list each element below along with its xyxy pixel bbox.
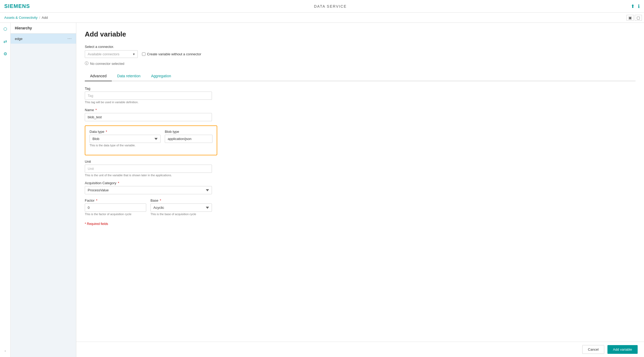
unit-field-group: Unit This is the unit of the variable th… — [85, 160, 636, 177]
info-icon[interactable]: ℹ — [638, 3, 640, 9]
content-area: Add variable Select a connector. Availab… — [76, 23, 644, 357]
connector-section: Select a connector. Available connectors… — [85, 45, 636, 66]
connector-dropdown-placeholder: Available connectors — [88, 52, 119, 56]
nav-expand-icon[interactable]: › — [5, 349, 6, 353]
breadcrumb-parent[interactable]: Assets & Connectivity — [4, 16, 38, 20]
panel-toggle-left[interactable]: ▣ — [627, 15, 634, 21]
sidebar-item-label: edge — [15, 37, 23, 41]
blob-type-input[interactable] — [165, 135, 212, 143]
factor-label: Factor * — [85, 198, 146, 202]
add-variable-button[interactable]: Add variable — [607, 345, 638, 354]
base-group: Base * Acyclic Cyclic This is the base o… — [150, 198, 212, 216]
connector-label: Select a connector. — [85, 45, 636, 49]
breadcrumb-current: Add — [42, 16, 48, 20]
no-connector-label: Create variable without a connector — [147, 52, 201, 56]
page-title: Add variable — [85, 30, 636, 38]
app-title: DATA SERVICE — [314, 4, 347, 8]
data-type-select[interactable]: Blob Boolean Float Integer String — [90, 135, 161, 143]
breadcrumb: Assets & Connectivity / Add — [4, 16, 48, 20]
data-type-required-star: * — [105, 130, 107, 134]
panel-toggle-group: ▣ ▢ — [627, 15, 642, 21]
tag-label: Tag — [85, 87, 636, 91]
required-note: * Required fields — [85, 222, 636, 226]
unit-hint: This is the unit of the variable that is… — [85, 174, 636, 177]
base-label: Base * — [150, 198, 212, 202]
panel-toggle-right[interactable]: ▢ — [635, 15, 642, 21]
icon-nav: ⬡ ⇄ ⚙ › — [0, 23, 11, 357]
tag-hint: This tag will be used in variable defini… — [85, 101, 636, 104]
sidebar-item-edge[interactable]: edge ··· — [11, 34, 76, 44]
sidebar-item-menu-icon[interactable]: ··· — [68, 36, 72, 41]
factor-base-row: Factor * This is the factor of acquisiti… — [85, 198, 212, 220]
breadcrumb-bar: Assets & Connectivity / Add ▣ ▢ — [0, 13, 644, 23]
blob-type-label: Blob type — [165, 130, 212, 134]
sidebar-header: Hierarchy — [11, 23, 76, 34]
acq-cat-required-star: * — [117, 181, 119, 185]
acquisition-category-group: Acquisition Category * ProcessValue Para… — [85, 181, 636, 194]
factor-input[interactable] — [85, 204, 146, 212]
no-connector-text: No connector selected — [90, 62, 124, 66]
no-connector-checkbox-label[interactable]: Create variable without a connector — [142, 52, 201, 56]
unit-label: Unit — [85, 160, 636, 164]
base-hint: This is the base of acquisition cycle — [150, 213, 212, 216]
data-type-label: Data type * — [90, 130, 161, 134]
tab-advanced[interactable]: Advanced — [85, 71, 112, 81]
data-type-highlight-box: Data type * Blob Boolean Float Integer S… — [85, 125, 217, 155]
no-connector-message: ⓘ No connector selected — [85, 61, 636, 66]
blob-type-group: Blob type — [165, 130, 212, 143]
cloud-icon[interactable]: ⬆ — [631, 3, 635, 9]
factor-hint: This is the factor of acquisition cycle — [85, 213, 146, 216]
breadcrumb-separator: / — [39, 16, 40, 20]
tab-aggregation[interactable]: Aggregation — [146, 71, 176, 81]
info-circle-icon: ⓘ — [85, 61, 88, 66]
base-required-star: * — [159, 198, 161, 202]
acquisition-category-label: Acquisition Category * — [85, 181, 636, 185]
factor-required-star: * — [95, 198, 97, 202]
tab-bar: Advanced Data retention Aggregation — [85, 71, 636, 81]
connector-dropdown[interactable]: Available connectors ▾ — [85, 50, 138, 58]
tab-data-retention[interactable]: Data retention — [112, 71, 146, 81]
unit-input[interactable] — [85, 165, 212, 173]
topbar: SIEMENS DATA SERVICE ⬆ ℹ — [0, 0, 644, 13]
factor-group: Factor * This is the factor of acquisiti… — [85, 198, 146, 216]
acquisition-category-select[interactable]: ProcessValue Parameter Alarm Event — [85, 186, 212, 194]
name-input[interactable] — [85, 113, 212, 121]
cancel-button[interactable]: Cancel — [582, 345, 604, 354]
nav-settings-icon[interactable]: ⚙ — [2, 50, 9, 58]
connector-row: Available connectors ▾ Create variable w… — [85, 50, 636, 58]
tag-input[interactable] — [85, 92, 212, 100]
data-type-hint: This is the data type of the variable. — [90, 144, 161, 147]
data-type-row: Data type * Blob Boolean Float Integer S… — [90, 130, 212, 151]
main-layout: ⬡ ⇄ ⚙ › Hierarchy edge ··· Add variable … — [0, 23, 644, 357]
name-field-group: Name * — [85, 108, 636, 121]
name-required-star: * — [95, 108, 97, 112]
sidebar: Hierarchy edge ··· — [11, 23, 76, 357]
topbar-actions: ⬆ ℹ — [631, 3, 640, 9]
footer-bar: Cancel Add variable — [76, 342, 644, 357]
data-type-group: Data type * Blob Boolean Float Integer S… — [90, 130, 161, 147]
name-label: Name * — [85, 108, 636, 112]
base-select[interactable]: Acyclic Cyclic — [150, 204, 212, 212]
tag-field-group: Tag This tag will be used in variable de… — [85, 87, 636, 104]
nav-assets-icon[interactable]: ⬡ — [2, 25, 9, 33]
no-connector-checkbox[interactable] — [142, 52, 145, 56]
siemens-logo: SIEMENS — [4, 3, 30, 9]
chevron-down-icon: ▾ — [133, 52, 135, 56]
nav-share-icon[interactable]: ⇄ — [2, 37, 8, 46]
